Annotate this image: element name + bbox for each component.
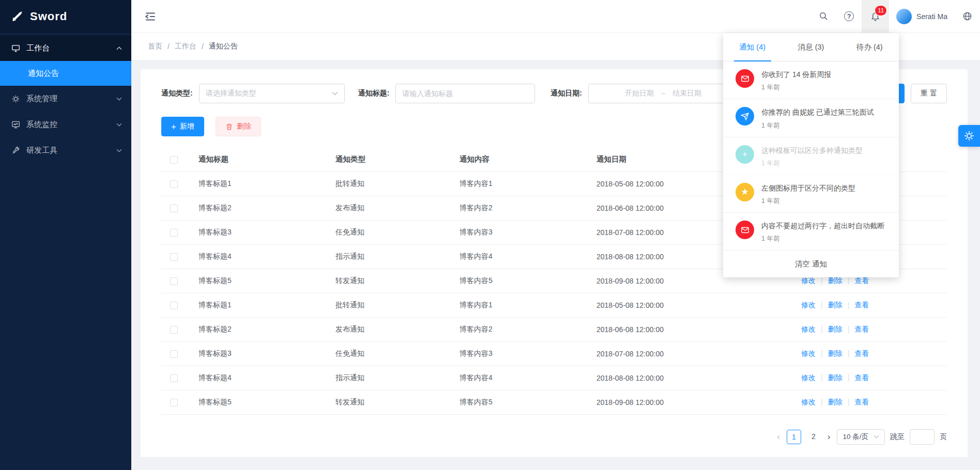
globe-icon[interactable] [955,0,980,33]
tab-todos[interactable]: 待办 (4) [840,33,899,61]
sidebar-item-dev-tools[interactable]: 研发工具 [0,137,131,163]
notice-date-label: 通知日期: [550,89,582,98]
table-row: 博客标题2 发布通知 博客内容2 2018-06-08 12:00:00 修改|… [161,317,947,341]
reset-button[interactable]: 重 置 [911,84,947,103]
cell-notice-type: 批转通知 [323,293,447,317]
plus-icon: + [171,122,176,131]
collapse-menu-icon[interactable] [144,10,157,23]
plus-icon: + [736,145,754,164]
row-action-view[interactable]: 查看 [854,301,869,309]
monitor-icon [11,120,20,129]
next-page-icon[interactable]: › [826,432,832,442]
jump-page-input[interactable] [910,429,935,445]
sidebar-item-notice[interactable]: 通知公告 [0,61,131,86]
row-action-view[interactable]: 查看 [854,373,869,382]
jump-unit: 页 [940,432,947,442]
settings-button[interactable] [958,125,980,147]
cell-notice-date: 2018-07-08 12:00:00 [584,341,755,366]
sidebar-item-system-management[interactable]: 系统管理 [0,86,131,112]
breadcrumb-workbench[interactable]: 工作台 [175,42,196,51]
cell-notice-content: 博客内容3 [447,220,584,244]
clear-notifications-button[interactable]: 清空 通知 [723,250,899,277]
cell-notice-type: 任免通知 [323,220,447,244]
cell-notice-title: 博客标题1 [186,293,323,317]
row-checkbox[interactable] [170,180,178,188]
cell-notice-type: 转发通知 [323,269,447,293]
prev-page-icon[interactable]: ‹ [775,432,782,442]
row-action-delete[interactable]: 删除 [828,349,843,357]
row-checkbox[interactable] [170,374,178,382]
row-action-edit[interactable]: 修改 [801,398,816,406]
row-action-edit[interactable]: 修改 [801,301,816,309]
notification-item[interactable]: 你收到了 14 份新周报 1 年前 [723,61,899,99]
sidebar-item-system-monitor[interactable]: 系统监控 [0,112,131,137]
tab-messages[interactable]: 消息 (3) [782,33,840,61]
column-notice-type: 通知类型 [323,148,447,171]
tool-icon [11,146,20,155]
row-checkbox[interactable] [170,229,178,237]
row-action-delete[interactable]: 删除 [828,373,843,382]
cell-notice-type: 指示通知 [323,366,447,390]
notice-title-input[interactable] [395,84,535,103]
add-button[interactable]: + 新增 [161,117,204,136]
row-checkbox[interactable] [170,277,178,285]
row-checkbox[interactable] [170,302,178,309]
chevron-down-icon [116,123,122,127]
row-checkbox[interactable] [170,326,178,334]
cell-notice-type: 发布通知 [323,317,447,341]
row-action-view[interactable]: 查看 [854,398,869,406]
cell-notice-type: 批转通知 [323,171,447,196]
notification-tabs: 通知 (4) 消息 (3) 待办 (4) [723,33,899,61]
star-icon: ★ [736,183,754,201]
row-checkbox[interactable] [170,205,178,212]
notification-item[interactable]: ★ 左侧图标用于区分不同的类型 1 年前 [723,175,899,213]
row-checkbox[interactable] [170,253,178,261]
select-all-checkbox[interactable] [170,156,178,164]
notification-bell[interactable]: 11 [862,0,889,33]
delete-button[interactable]: 删除 [216,117,261,136]
cell-notice-type: 发布通知 [323,196,447,220]
page-2[interactable]: 2 [806,430,821,444]
cell-notice-type: 任免通知 [323,341,447,366]
search-icon[interactable] [811,0,836,33]
row-action-delete[interactable]: 删除 [828,398,843,406]
notice-type-label: 通知类型: [161,89,193,98]
cell-notice-title: 博客标题1 [186,171,323,196]
notice-date-range[interactable]: 开始日期 ~ 结束日期 [588,84,738,103]
cell-notice-title: 博客标题5 [186,269,323,293]
row-action-edit[interactable]: 修改 [801,373,816,382]
breadcrumb-home[interactable]: 首页 [148,42,162,51]
user-menu[interactable]: Serati Ma [889,0,955,33]
row-action-edit[interactable]: 修改 [801,349,816,357]
cell-notice-date: 2018-09-08 12:00:00 [584,390,755,414]
cell-notice-title: 博客标题5 [186,390,323,414]
table-row: 博客标题1 批转通知 博客内容1 2018-05-08 12:00:00 修改|… [161,293,947,317]
row-checkbox[interactable] [170,399,178,406]
sidebar-menu: 工作台 通知公告 系统管理 系统监控 [0,33,131,470]
notification-panel: 通知 (4) 消息 (3) 待办 (4) 你收到了 14 份新周报 1 年前 你… [723,33,899,277]
table-row: 博客标题5 转发通知 博客内容5 2018-09-08 12:00:00 修改|… [161,390,947,414]
page-size-select[interactable]: 10 条/页 [837,429,885,445]
notification-item[interactable]: 内容不要超过两行字，超出时自动截断 1 年前 [723,213,899,250]
notice-type-select[interactable]: 请选择通知类型 [199,84,345,103]
app-title: Sword [30,10,67,23]
help-icon[interactable]: ? [836,0,862,33]
row-action-edit[interactable]: 修改 [801,325,816,333]
row-action-delete[interactable]: 删除 [828,301,843,309]
cell-notice-type: 指示通知 [323,244,447,269]
notification-item[interactable]: + 这种模板可以区分多种通知类型 1 年前 [723,137,899,175]
tab-notifications[interactable]: 通知 (4) [723,33,782,61]
app-logo[interactable]: Sword [0,0,131,33]
page-1[interactable]: 1 [787,430,801,444]
chevron-down-icon [116,97,122,101]
topbar-right: ? 11 Serati Ma [811,0,980,33]
row-action-delete[interactable]: 删除 [828,325,843,333]
cell-notice-content: 博客内容2 [447,317,584,341]
row-action-view[interactable]: 查看 [854,349,869,357]
row-checkbox[interactable] [170,350,178,358]
cell-notice-title: 博客标题3 [186,341,323,366]
sidebar-item-workbench[interactable]: 工作台 [0,35,131,61]
notification-item[interactable]: 你推荐的 曲妮妮 已通过第三轮面试 1 年前 [723,99,899,137]
send-icon [736,107,754,126]
row-action-view[interactable]: 查看 [854,325,869,333]
